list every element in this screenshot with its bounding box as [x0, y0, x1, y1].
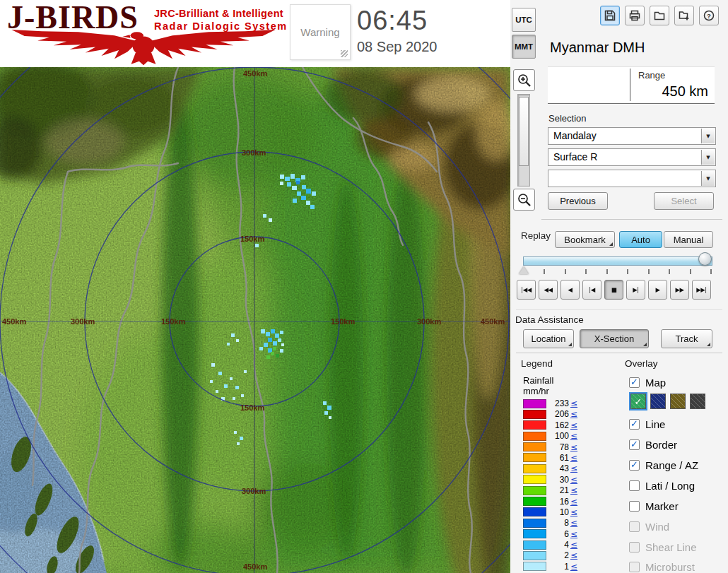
legend-lte-symbol[interactable]: ≤: [570, 507, 577, 517]
checkbox[interactable]: ✓: [629, 419, 640, 430]
legend-row: 21≤: [523, 485, 606, 495]
legend-row: 43≤: [523, 463, 606, 473]
clock-date: 08 Sep 2020: [357, 39, 437, 55]
map-style-navy[interactable]: [650, 394, 666, 409]
location-button[interactable]: Location: [523, 329, 574, 348]
zoom-slider[interactable]: [517, 94, 530, 187]
radar-map[interactable]: 450km 300km 150km 150km 300km 450km 450k…: [0, 67, 510, 573]
overlay-item-border[interactable]: ✓ Border: [629, 437, 677, 451]
legend-lte-symbol[interactable]: ≤: [570, 475, 577, 485]
legend-value: 10: [549, 507, 569, 517]
timeline-slider[interactable]: [523, 256, 712, 266]
export-button[interactable]: [674, 6, 694, 25]
help-button[interactable]: ?: [699, 6, 719, 25]
legend-row: 78≤: [523, 442, 606, 452]
chevron-down-icon[interactable]: ▼: [701, 129, 715, 143]
overlay-label-text: Wind: [645, 521, 669, 533]
overlay-item-map[interactable]: ✓ Map: [629, 375, 666, 389]
overlay-label-text: Range / AZ: [645, 459, 698, 471]
legend-lte-symbol[interactable]: ≤: [570, 540, 577, 550]
x-section-button-label: X-Section: [594, 333, 634, 344]
resize-grip-icon[interactable]: [341, 50, 348, 57]
warning-button[interactable]: Warning: [290, 4, 351, 60]
svg-text:150km: 150km: [240, 235, 264, 243]
legend-lte-symbol[interactable]: ≤: [570, 562, 577, 572]
logo-title: J-BIRDS: [7, 0, 139, 36]
checkbox[interactable]: [629, 501, 640, 512]
svg-text:300km: 300km: [71, 317, 95, 326]
legend-value: 16: [549, 497, 569, 507]
checkbox[interactable]: ✓: [629, 377, 640, 388]
help-icon: ?: [703, 9, 715, 22]
extra-dropdown[interactable]: ▼: [548, 170, 716, 187]
zoom-in-button[interactable]: [513, 69, 535, 91]
stop-button[interactable]: ■: [604, 280, 623, 300]
overlay-item-line[interactable]: ✓ Line: [629, 417, 665, 431]
legend-lte-symbol[interactable]: ≤: [570, 529, 577, 539]
zoom-slider-thumb[interactable]: [519, 97, 529, 166]
legend-lte-symbol[interactable]: ≤: [570, 442, 577, 452]
legend-value: 100: [549, 431, 569, 441]
legend-lte-symbol[interactable]: ≤: [570, 453, 577, 463]
legend-value: 4: [549, 540, 569, 550]
overlay-item-range-az[interactable]: ✓ Range / AZ: [629, 458, 698, 472]
checkbox: [629, 562, 640, 572]
manual-mode-button[interactable]: Manual: [664, 231, 713, 248]
map-style-green[interactable]: ✓: [630, 394, 646, 409]
print-button[interactable]: [625, 6, 645, 25]
mmt-button[interactable]: MMT: [512, 35, 536, 59]
save-button[interactable]: [600, 6, 620, 25]
chevron-down-icon[interactable]: ▼: [701, 150, 715, 165]
data-assistance-label: Data Assistance: [515, 314, 584, 325]
timeline-slider-handle[interactable]: [698, 252, 712, 266]
skip-to-start-button[interactable]: |◀◀: [517, 280, 536, 300]
track-button[interactable]: Track: [661, 329, 712, 348]
submenu-arrow-icon: [568, 343, 572, 346]
legend-lte-symbol[interactable]: ≤: [570, 550, 577, 560]
checkbox[interactable]: ✓: [629, 439, 640, 450]
fast-rewind-button[interactable]: ◀◀: [539, 280, 558, 300]
legend-lte-symbol[interactable]: ≤: [570, 409, 577, 419]
svg-text:150km: 150km: [161, 317, 185, 326]
auto-mode-button[interactable]: Auto: [619, 231, 662, 248]
site-dropdown[interactable]: Mandalay ▼: [548, 127, 716, 145]
utc-button[interactable]: UTC: [512, 8, 536, 32]
legend-color-swatch: [523, 507, 546, 516]
divider: [630, 69, 630, 101]
skip-to-end-button[interactable]: ▶▶|: [692, 280, 711, 300]
zoom-out-button[interactable]: [513, 189, 535, 211]
checkbox[interactable]: [629, 480, 640, 491]
legend-lte-symbol[interactable]: ≤: [570, 518, 577, 528]
map-style-gray[interactable]: [690, 394, 705, 409]
overlay-item-lati-long[interactable]: Lati / Long: [629, 478, 695, 492]
bookmark-button[interactable]: Bookmark: [555, 231, 615, 248]
x-section-button[interactable]: X-Section: [580, 329, 649, 348]
select-button[interactable]: Select: [654, 192, 714, 210]
open-folder-button[interactable]: [650, 6, 669, 25]
legend-lte-symbol[interactable]: ≤: [570, 398, 577, 408]
checkbox[interactable]: ✓: [629, 460, 640, 471]
map-style-olive[interactable]: [670, 394, 686, 409]
overlay-item-marker[interactable]: Marker: [629, 499, 679, 513]
legend-row: 8≤: [523, 518, 606, 528]
play-button[interactable]: ▶: [648, 280, 667, 300]
legend-lte-symbol[interactable]: ≤: [570, 431, 577, 441]
play-reverse-button[interactable]: ◀: [560, 280, 580, 300]
save-icon: [604, 9, 616, 22]
step-forward-button[interactable]: ▶|: [626, 280, 645, 300]
legend-row: 233≤: [523, 398, 606, 408]
legend-lte-symbol[interactable]: ≤: [570, 420, 577, 430]
checkbox: [629, 542, 640, 553]
legend-lte-symbol[interactable]: ≤: [570, 463, 577, 473]
timeline-ticks: [544, 269, 712, 274]
legend-value: 78: [549, 442, 569, 452]
legend-lte-symbol[interactable]: ≤: [570, 497, 577, 507]
legend-value: 21: [549, 485, 569, 495]
legend-row: 1≤: [523, 562, 606, 572]
product-dropdown[interactable]: Surface R ▼: [548, 148, 716, 166]
previous-button[interactable]: Previous: [548, 192, 608, 210]
step-backward-button[interactable]: |◀: [582, 280, 601, 300]
legend-lte-symbol[interactable]: ≤: [570, 485, 577, 495]
chevron-down-icon[interactable]: ▼: [701, 171, 715, 186]
fast-forward-button[interactable]: ▶▶: [670, 280, 689, 300]
